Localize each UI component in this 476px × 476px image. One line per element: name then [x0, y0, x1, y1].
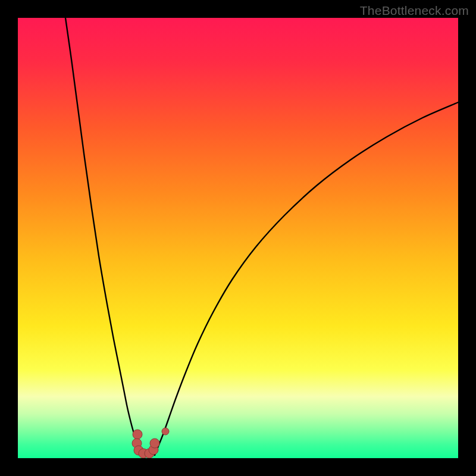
chart-frame: TheBottleneck.com: [0, 0, 476, 476]
plot-area: [18, 18, 458, 458]
background-gradient: [18, 18, 458, 458]
watermark-text: TheBottleneck.com: [360, 4, 469, 18]
svg-rect-0: [18, 18, 458, 458]
